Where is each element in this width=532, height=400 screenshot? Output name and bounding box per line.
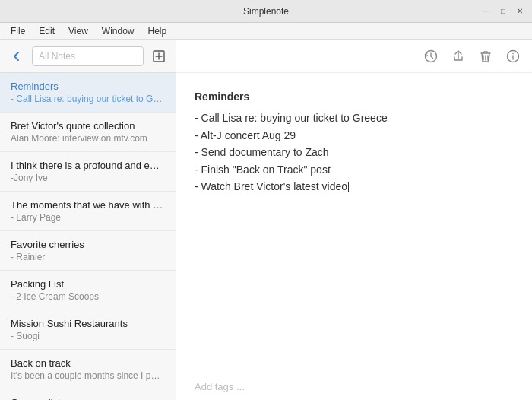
- notes-list: Reminders- Call Lisa re: buying our tick…: [0, 73, 176, 400]
- menu-help[interactable]: Help: [142, 24, 173, 38]
- menu-bar: File Edit View Window Help: [0, 23, 532, 40]
- info-icon[interactable]: [505, 48, 521, 65]
- note-list-item-6[interactable]: Packing List- 2 Ice Cream Scoops: [0, 271, 176, 310]
- note-preview: Alan Moore: interview on mtv.com: [11, 133, 165, 144]
- note-preview: - Suogi: [11, 331, 165, 341]
- note-preview: -Jony Ive: [11, 173, 165, 183]
- new-note-button[interactable]: [150, 47, 168, 65]
- share-icon[interactable]: [450, 48, 467, 65]
- note-toolbar: [176, 40, 532, 73]
- note-list-item-5[interactable]: Favorite cherries- Rainier: [0, 231, 176, 271]
- back-button[interactable]: [8, 47, 26, 65]
- app-title: Simplenote: [52, 6, 480, 17]
- history-icon[interactable]: [423, 48, 439, 65]
- note-preview: - Call Lisa re: buying our ticket to Gre…: [11, 94, 165, 104]
- note-heading: Reminders: [195, 88, 514, 105]
- note-list-item-1[interactable]: Reminders- Call Lisa re: buying our tick…: [0, 73, 176, 113]
- note-title: Favorite cherries: [11, 239, 165, 250]
- note-title: Reminders: [11, 81, 165, 92]
- note-line: - Finish "Back on Track" post: [195, 161, 514, 178]
- maximize-button[interactable]: □: [497, 5, 509, 17]
- sidebar-toolbar: All Notes: [0, 40, 176, 73]
- note-list-item-2[interactable]: Bret Victor's quote collectionAlan Moore…: [0, 113, 176, 152]
- note-title: Packing List: [11, 278, 165, 290]
- note-title: The moments that we have with friends ..…: [11, 199, 165, 211]
- note-title: Bret Victor's quote collection: [11, 120, 165, 132]
- menu-edit[interactable]: Edit: [33, 24, 61, 38]
- note-title: Grocery list: [11, 397, 165, 400]
- title-bar: Simplenote ─ □ ✕: [0, 0, 532, 23]
- main-content: All Notes Reminders- Call Lisa re: buyin…: [0, 40, 532, 400]
- note-preview: - Rainier: [11, 252, 165, 262]
- search-box[interactable]: All Notes: [32, 46, 144, 66]
- minimize-button[interactable]: ─: [480, 5, 492, 17]
- note-preview: - 2 Ice Cream Scoops: [11, 291, 165, 302]
- menu-window[interactable]: Window: [96, 24, 141, 38]
- trash-icon[interactable]: [477, 48, 494, 65]
- note-list-item-3[interactable]: I think there is a profound and enduring…: [0, 152, 176, 192]
- note-line: - Alt-J concert Aug 29: [195, 127, 514, 144]
- note-title: I think there is a profound and enduring…: [11, 160, 165, 171]
- note-preview: It's been a couple months since I posted…: [11, 370, 165, 381]
- note-list-item-8[interactable]: Back on trackIt's been a couple months s…: [0, 350, 176, 389]
- note-line: - Send documentary to Zach: [195, 144, 514, 160]
- note-preview: - Larry Page: [11, 212, 165, 223]
- note-line: - Watch Bret Victor's latest video: [195, 178, 514, 195]
- note-title: Back on track: [11, 357, 165, 369]
- svg-point-3: [512, 52, 514, 54]
- note-footer: Add tags ...: [176, 373, 532, 400]
- note-line: - Call Lisa re: buying our ticket to Gre…: [195, 110, 514, 126]
- note-list-item-9[interactable]: Grocery list- Eggs: [0, 389, 176, 400]
- tags-placeholder[interactable]: Add tags ...: [195, 381, 245, 392]
- note-list-item-7[interactable]: Mission Sushi Restaurants- Suogi: [0, 310, 176, 350]
- sidebar: All Notes Reminders- Call Lisa re: buyin…: [0, 40, 176, 400]
- close-button[interactable]: ✕: [514, 5, 526, 17]
- note-editor[interactable]: Reminders- Call Lisa re: buying our tick…: [176, 73, 532, 373]
- search-placeholder: All Notes: [39, 51, 75, 62]
- menu-file[interactable]: File: [5, 24, 31, 38]
- menu-view[interactable]: View: [62, 24, 94, 38]
- note-pane: Reminders- Call Lisa re: buying our tick…: [176, 40, 532, 400]
- note-title: Mission Sushi Restaurants: [11, 318, 165, 329]
- window-controls[interactable]: ─ □ ✕: [480, 5, 526, 17]
- note-list-item-4[interactable]: The moments that we have with friends ..…: [0, 192, 176, 231]
